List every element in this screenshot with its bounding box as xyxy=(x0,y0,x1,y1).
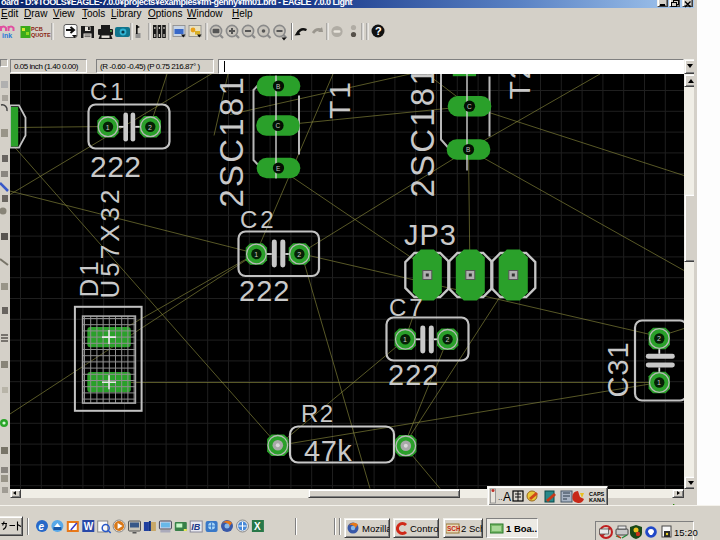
svg-text:C1: C1 xyxy=(90,78,127,105)
svg-text:2: 2 xyxy=(445,336,449,343)
svg-text:2: 2 xyxy=(148,124,152,131)
svg-text:T2: T2 xyxy=(503,74,536,100)
svg-text:..: .. xyxy=(498,493,502,502)
svg-text:1: 1 xyxy=(254,251,258,258)
svg-text:CAPS: CAPS xyxy=(589,491,605,497)
svg-text:1: 1 xyxy=(657,379,661,386)
svg-text:KANA: KANA xyxy=(589,497,605,503)
svg-text:ink: ink xyxy=(2,32,12,39)
svg-text:B: B xyxy=(276,83,280,90)
svg-text:R2: R2 xyxy=(301,400,335,427)
svg-text:C: C xyxy=(467,103,472,110)
svg-text:C2: C2 xyxy=(240,206,277,233)
svg-text:2SC1815: 2SC1815 xyxy=(404,74,441,198)
svg-text:47k: 47k xyxy=(304,435,352,467)
svg-text:222: 222 xyxy=(388,359,439,391)
svg-text:?: ? xyxy=(375,25,382,37)
svg-text:1: 1 xyxy=(106,124,110,131)
svg-text:222: 222 xyxy=(90,150,142,183)
svg-text:222: 222 xyxy=(239,275,290,307)
svg-text:e: e xyxy=(39,521,45,532)
svg-text:A: A xyxy=(503,490,511,504)
svg-text:T1: T1 xyxy=(323,80,356,119)
svg-text:C31: C31 xyxy=(602,341,634,397)
svg-text:IB: IB xyxy=(191,522,201,532)
svg-text:U57X32: U57X32 xyxy=(95,187,125,299)
svg-text:E: E xyxy=(276,165,281,172)
svg-text:1: 1 xyxy=(403,336,407,343)
svg-text:C: C xyxy=(276,122,281,129)
svg-text:2SC1815: 2SC1815 xyxy=(213,74,250,208)
svg-text:B: B xyxy=(466,146,470,153)
svg-text:W: W xyxy=(84,521,94,532)
svg-text:QUOTE: QUOTE xyxy=(31,32,51,38)
svg-text:X: X xyxy=(254,521,261,532)
svg-text:SCH: SCH xyxy=(447,525,460,532)
svg-text:2: 2 xyxy=(297,251,301,258)
svg-text:JP3: JP3 xyxy=(404,219,457,251)
svg-text:2: 2 xyxy=(657,335,661,342)
